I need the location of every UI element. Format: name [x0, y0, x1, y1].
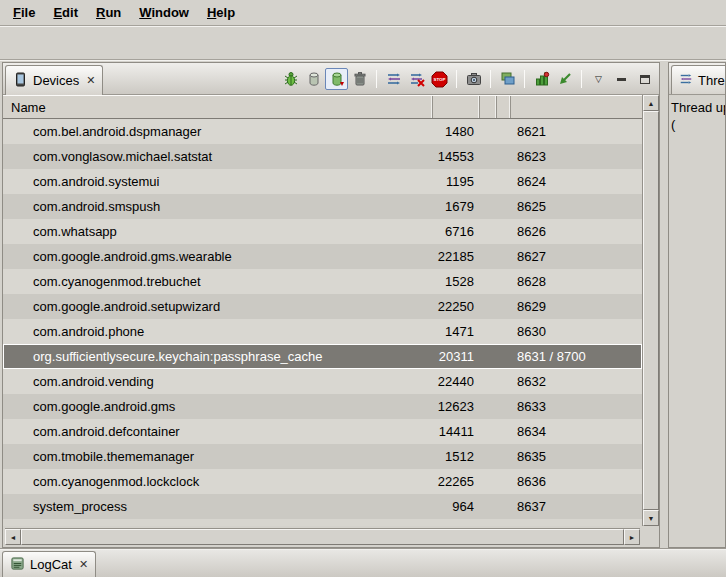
- tab-logcat[interactable]: LogCat ✕: [2, 551, 96, 577]
- vertical-scrollbar[interactable]: ▲ ▼: [642, 95, 659, 526]
- devices-panel: Devices ✕: [2, 62, 660, 548]
- scroll-down-icon[interactable]: ▼: [643, 510, 659, 526]
- logcat-tab-label: LogCat: [30, 557, 72, 572]
- process-name: com.vonglasow.michael.satstat: [3, 144, 433, 169]
- process-name: com.whatsapp: [3, 219, 433, 244]
- table-row[interactable]: com.whatsapp 6716 8626: [3, 219, 642, 244]
- blank-cell: [494, 394, 509, 419]
- table-row[interactable]: com.tmobile.thememanager 1512 8635: [3, 444, 642, 469]
- table-row[interactable]: com.vonglasow.michael.satstat 14553 8623: [3, 144, 642, 169]
- horizontal-scrollbar-thumb[interactable]: [21, 529, 624, 545]
- update-threads-icon[interactable]: [382, 68, 405, 90]
- table-row[interactable]: com.android.smspush 1679 8625: [3, 194, 642, 219]
- blank-cell: [494, 319, 509, 344]
- column-header-port[interactable]: [509, 96, 642, 118]
- method-profiling-icon[interactable]: [530, 68, 553, 90]
- process-port: 8636: [509, 469, 642, 494]
- cause-gc-icon[interactable]: [348, 68, 371, 90]
- menu-help[interactable]: Help: [198, 2, 244, 23]
- horizontal-scrollbar[interactable]: ◄ ►: [5, 528, 640, 545]
- table-row[interactable]: com.android.systemui 1195 8624: [3, 169, 642, 194]
- stop-threads-icon[interactable]: [405, 68, 428, 90]
- process-port: 8628: [509, 269, 642, 294]
- table-row[interactable]: com.android.defcontainer 14411 8634: [3, 419, 642, 444]
- dump-hprof-icon[interactable]: [325, 68, 348, 90]
- threads-icon: [679, 72, 693, 89]
- blank-cell: [494, 294, 509, 319]
- view-menu-icon[interactable]: ▽: [587, 68, 610, 90]
- process-pid: 22440: [433, 369, 480, 394]
- maximize-icon[interactable]: [633, 68, 656, 90]
- process-port: 8632: [509, 369, 642, 394]
- process-port: 8623: [509, 144, 642, 169]
- tab-devices[interactable]: Devices ✕: [5, 65, 103, 95]
- scroll-right-icon[interactable]: ►: [624, 529, 640, 545]
- process-port: 8633: [509, 394, 642, 419]
- view-hierarchy-icon[interactable]: [496, 68, 519, 90]
- menu-edit[interactable]: Edit: [44, 2, 87, 23]
- tracing-arrow-icon[interactable]: [553, 68, 576, 90]
- panel-divider[interactable]: [660, 62, 668, 548]
- column-header-name[interactable]: Name: [3, 96, 433, 118]
- table-row[interactable]: com.google.android.gms.wearable 22185 86…: [3, 244, 642, 269]
- threads-panel: Threads Thread up (: [668, 62, 726, 548]
- table-row[interactable]: com.cyanogenmod.lockclock 22265 8636: [3, 469, 642, 494]
- vertical-scrollbar-thumb[interactable]: [643, 111, 659, 510]
- blank-cell: [494, 169, 509, 194]
- table-row[interactable]: system_process 964 8637: [3, 494, 642, 519]
- process-name: com.android.phone: [3, 319, 433, 344]
- process-name: com.android.defcontainer: [3, 419, 433, 444]
- main-area: Devices ✕: [0, 62, 726, 548]
- blank-cell: [494, 444, 509, 469]
- close-icon[interactable]: ✕: [86, 74, 95, 87]
- process-pid: 22250: [433, 294, 480, 319]
- toolbar-separator: [376, 70, 377, 88]
- menu-file[interactable]: File: [4, 2, 44, 23]
- table-row[interactable]: org.sufficientlysecure.keychain:passphra…: [3, 344, 642, 369]
- menu-run[interactable]: Run: [87, 2, 130, 23]
- table-row[interactable]: com.google.android.setupwizard 22250 862…: [3, 294, 642, 319]
- blank-cell: [480, 194, 494, 219]
- toolbar-separator: [581, 70, 582, 88]
- table-row[interactable]: com.cyanogenmod.trebuchet 1528 8628: [3, 269, 642, 294]
- svg-text:STOP: STOP: [434, 77, 446, 82]
- blank-cell: [480, 394, 494, 419]
- table-row[interactable]: com.google.android.gms 12623 8633: [3, 394, 642, 419]
- screen-capture-icon[interactable]: [462, 68, 485, 90]
- scroll-up-icon[interactable]: ▲: [643, 95, 659, 111]
- table-row[interactable]: com.android.phone 1471 8630: [3, 319, 642, 344]
- process-pid: 22185: [433, 244, 480, 269]
- table-body: com.bel.android.dspmanager 1480 8621 com…: [3, 119, 642, 526]
- blank-cell: [480, 119, 494, 144]
- blank-cell: [480, 419, 494, 444]
- table-row[interactable]: com.android.vending 22440 8632: [3, 369, 642, 394]
- threads-message: Thread up (: [669, 95, 725, 137]
- stop-process-icon[interactable]: STOP: [428, 68, 451, 90]
- menu-window[interactable]: Window: [130, 2, 198, 23]
- process-pid: 22265: [433, 469, 480, 494]
- threads-tab-label: Threads: [698, 73, 725, 88]
- scroll-left-icon[interactable]: ◄: [5, 529, 21, 545]
- blank-cell: [494, 269, 509, 294]
- blank-cell: [480, 344, 494, 369]
- table-header[interactable]: Name: [3, 95, 642, 119]
- process-pid: 6716: [433, 219, 480, 244]
- process-pid: 20311: [433, 344, 480, 369]
- debug-process-icon[interactable]: [279, 68, 302, 90]
- column-header-pid[interactable]: [433, 96, 480, 118]
- process-port: 8630: [509, 319, 642, 344]
- blank-cell: [494, 194, 509, 219]
- blank-cell: [480, 494, 494, 519]
- close-icon[interactable]: ✕: [79, 558, 88, 571]
- minimize-icon[interactable]: [610, 68, 633, 90]
- update-heap-icon[interactable]: [302, 68, 325, 90]
- process-name: com.cyanogenmod.trebuchet: [3, 269, 433, 294]
- blank-cell: [494, 369, 509, 394]
- process-name: com.android.systemui: [3, 169, 433, 194]
- process-port: 8629: [509, 294, 642, 319]
- blank-cell: [494, 344, 509, 369]
- threads-message-line1: Thread up: [671, 99, 723, 116]
- tab-threads[interactable]: Threads: [671, 65, 725, 95]
- table-row[interactable]: com.bel.android.dspmanager 1480 8621: [3, 119, 642, 144]
- blank-cell: [480, 169, 494, 194]
